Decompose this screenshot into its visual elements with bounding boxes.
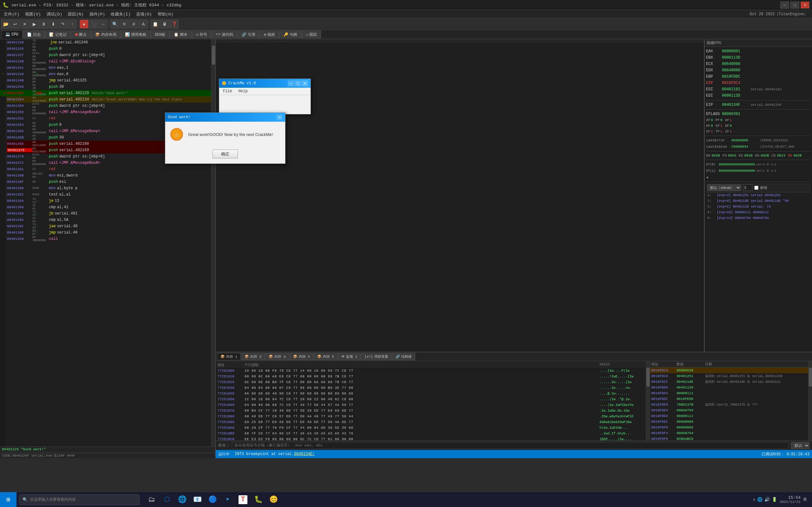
mem-row-11[interactable]: 77CD10B0 80 7F CD 77 64 89 CF 77 36 A3 4… [216, 431, 645, 436]
mem-row-6[interactable]: 77CD1060 84 00 86 00 88 7C CD 77 49 77 5… [216, 402, 645, 408]
tab-breakpoints[interactable]: 断点 [71, 31, 91, 39]
fpu-expand[interactable]: ◀ [706, 174, 811, 180]
systray-up-arrow[interactable]: ∧ [753, 498, 755, 502]
menu-view[interactable]: 视图(V) [22, 11, 43, 18]
stack-scroll-thumb[interactable] [809, 368, 812, 387]
stack-row-7[interactable]: 0019FDE4 000A0794 [650, 407, 808, 413]
mem-row-2[interactable]: 77CD1020 0C 00 0E 00 B8 7F CD 77 08 00 0… [216, 379, 645, 385]
disasm-line-8[interactable]: 0040134D 6A 30 push 30 [6, 83, 211, 90]
disasm-line-11[interactable]: 00401359 FF75 08 push dword ptr ss:[ebp+… [6, 103, 211, 109]
crackme-minimize-btn[interactable]: ─ [288, 80, 294, 86]
toolbar-step-over[interactable]: ↷ [58, 20, 67, 29]
toolbar-step-into[interactable]: ⬇ [49, 20, 58, 29]
toolbar-close[interactable]: ✕ [20, 20, 29, 29]
taskbar-app-arrow[interactable]: ➤ [221, 493, 235, 507]
disasm-line-27[interactable]: 00401396 3C 41 cmp al,41 [6, 204, 211, 210]
taskbar-app-smile[interactable]: 😊 [266, 493, 281, 507]
disasm-line-30[interactable]: 0040139C 73 03 ↑ jae serial.40 [6, 223, 211, 229]
taskbar-app-mail[interactable]: 📧 [190, 493, 204, 507]
reg-eip[interactable]: EIP 0040134F serial.0040134F [706, 102, 811, 108]
reg-eax[interactable]: EAX 00000001 [706, 48, 811, 55]
mem-row-12[interactable]: 77CD10C0 EE E3 D3 F0 06 00 00 00 0C 7C C… [216, 436, 645, 441]
disasm-line-32[interactable]: 004013A0 E8 3B000000 call [6, 236, 211, 242]
disasm-line-3[interactable]: 00401337 FF75 08 push dword ptr ss:[ebp+… [6, 52, 211, 58]
mem-row-5[interactable]: 77CD1050 1C 00 1E 00 84 7C CD 77 20 00 2… [216, 396, 645, 402]
btab-locals[interactable]: [x=] 局部变量 [361, 353, 392, 360]
tab-memory[interactable]: 📦 内存布局 [91, 31, 120, 39]
toolbar-fx[interactable]: fx [120, 20, 129, 29]
taskbar-app-browser[interactable]: ⬡ [160, 493, 174, 507]
btab-mem5[interactable]: 📦 内存 5 [314, 353, 338, 360]
menu-options[interactable]: 选项(O) [134, 11, 154, 18]
mem-row-0[interactable]: 77CD1000 16 00 18 00 F0 7D CD 77 14 00 1… [216, 368, 645, 374]
toolbar-pause[interactable]: ⏸ [39, 20, 48, 29]
disasm-line-29[interactable]: 0040139A 3C 5A cmp al,5A [6, 217, 211, 223]
cmd-dropdown[interactable]: 默认 [791, 442, 809, 449]
tab-script[interactable]: 📋 脚本 [170, 31, 192, 39]
btab-mem2[interactable]: 📦 内存 2 [241, 353, 265, 360]
tab-refs[interactable]: 🔗 引用 [238, 31, 259, 39]
maximize-button[interactable]: □ [791, 2, 799, 9]
goodwork-ok-button[interactable]: 确定 [212, 150, 238, 158]
stack-row-0[interactable]: 0019FDC4 00000030 [650, 368, 808, 373]
stack-row-6[interactable]: 0019FDE0 76B0137B 返回到 user32.76B0137B 自 … [650, 402, 808, 407]
tab-threads[interactable]: ⚙ 线程 [260, 31, 279, 39]
reg-edi[interactable]: EDI 0000113D [706, 93, 811, 99]
clock[interactable]: 15:54 2022/11/21 [780, 495, 801, 504]
toolbar-restart[interactable]: ↩ [11, 20, 20, 29]
tab-cpu[interactable]: 💻 CPU [1, 31, 22, 39]
cs-entry-1[interactable]: 2: [esp+8] 0040218E serial.0040218E "66 [706, 198, 811, 204]
stack-row-2[interactable]: 0019FDCC 0040218E 返回到 serial.0040218E 自 … [650, 379, 808, 385]
goodwork-close-btn[interactable]: ✕ [276, 114, 283, 120]
calling-conv-select[interactable]: 默认（stdcall） [707, 184, 741, 191]
disasm-line-21[interactable]: 00401381 C3 ret [6, 166, 211, 172]
taskbar-app-debug[interactable]: 🐛 [251, 493, 265, 507]
toolbar-hw-bp[interactable]: ⬛ [89, 20, 98, 29]
tab-handles[interactable]: 🔑 句柄 [280, 31, 301, 39]
disasm-line-26[interactable]: 00401394 74 13 ↓ je 13 [6, 198, 211, 204]
stack-row-8[interactable]: 0019FDE8 00000111 [650, 413, 808, 419]
memory-scroll-thumb[interactable] [647, 368, 650, 387]
start-button[interactable]: ⊞ [0, 492, 16, 507]
crackme-max-btn[interactable]: □ [295, 80, 301, 86]
stack-scrollbar[interactable] [808, 361, 812, 441]
tab-trace[interactable]: ↗ 跟踪 [302, 31, 321, 39]
tab-symbols[interactable]: ◇ 符号 [192, 31, 211, 39]
lang-indicator[interactable]: 英 [803, 497, 807, 502]
toolbar-calc[interactable]: 🖩 [160, 20, 169, 29]
disasm-scrollbar-thumb[interactable] [212, 46, 215, 65]
cs-entry-0[interactable]: 1: [esp+4] 00401251 serial.00401251 [706, 192, 811, 198]
stack-row-3[interactable]: 0019FDD0 00401128 [650, 385, 808, 390]
mem-row-9[interactable]: 77CD1090 E0 25 DD 77 E0 69 DD 77 E0 49 D… [216, 419, 645, 425]
command-input[interactable] [232, 442, 789, 449]
goodwork-dialog[interactable]: Good work! ✕ ⚠ Great work!GOOD! Now try … [165, 112, 286, 164]
taskbar-search-box[interactable]: 🔍 在这里输入你要搜索的内容 [19, 494, 140, 505]
taskbar-app-t[interactable]: T [236, 493, 250, 507]
crackme-menu-file[interactable]: File [220, 89, 235, 94]
disasm-line-1[interactable]: 00401330 75 11 jne serial.401346 [6, 39, 211, 46]
toolbar-run-to[interactable]: → [99, 20, 107, 29]
disasm-line-6[interactable]: 00401346 B8 00000000 ^ mov eax,0 [6, 71, 211, 77]
break-address-link[interactable]: 0040134E! [294, 452, 315, 456]
mem-row-1[interactable]: 77CD1010 00 00 0C 00 A0 E8 C8 77 08 00 0… [216, 374, 645, 379]
stack-row-10[interactable]: 0019FDF0 00000066 [650, 425, 808, 430]
tab-source[interactable]: <> 源代码 [212, 31, 237, 39]
menu-trace[interactable]: 跟踪(N) [65, 11, 86, 18]
disasm-line-2[interactable]: 00401335 6A 00 push 0 [6, 46, 211, 52]
mem-row-3[interactable]: 77CD1030 04 00 04 00 90 07 C9 77 08 00 0… [216, 385, 645, 391]
tab-callstack[interactable]: 📊 调用堆栈 [121, 31, 150, 39]
disasm-line-5[interactable]: 00401341 B8 01000000 mov eax,1 [6, 65, 211, 71]
cs-entry-3[interactable]: 4: [esp+10] 00000111 00000111 [706, 210, 811, 215]
reg-eflags[interactable]: EFLAGS 00000391 [706, 111, 811, 117]
disasm-scrollbar[interactable] [211, 39, 215, 447]
mem-row-10[interactable]: 77CD10A0 68 29 CF 77 70 F9 CF 77 44 00 0… [216, 425, 645, 431]
stack-row-1[interactable]: 0019FDC8 00401251 返回到 serial.00401251 自 … [650, 373, 808, 379]
toolbar-bp[interactable]: ● [80, 20, 89, 29]
stack-row-5[interactable]: 0019FDDC 0019FE08 [650, 396, 808, 402]
cs-entry-2[interactable]: 3: [esp+C] 00401128 serial. (O [706, 204, 811, 210]
disasm-line-eip[interactable]: 0040134F 68 29214000 EIP→ push serial.40… [6, 90, 211, 96]
reg-esi[interactable]: ESI 00402181 serial.00402181 [706, 86, 811, 93]
taskbar-app-explorer[interactable]: 🗂 [145, 493, 159, 507]
btab-mem4[interactable]: 📦 内存 4 [290, 353, 313, 360]
crackme-window[interactable]: 😊 CrackMe v1.0 ─ □ ✕ File Help [219, 78, 311, 114]
